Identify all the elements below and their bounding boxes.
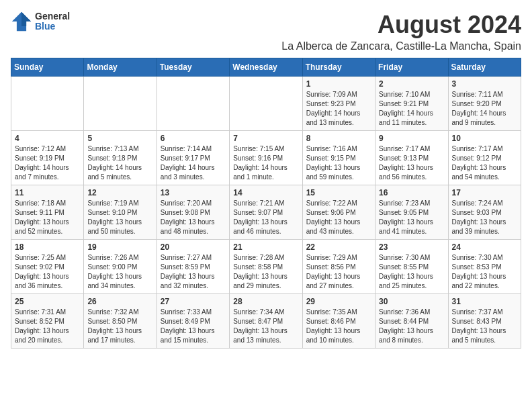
logo-general: General bbox=[35, 11, 70, 21]
day-info: Sunrise: 7:09 AMSunset: 9:23 PMDaylight:… bbox=[306, 90, 371, 128]
subtitle: La Alberca de Zancara, Castille-La Manch… bbox=[281, 40, 521, 52]
day-info: Sunrise: 7:29 AMSunset: 8:56 PMDaylight:… bbox=[306, 253, 371, 291]
calendar-cell bbox=[157, 77, 229, 131]
calendar-cell: 11Sunrise: 7:18 AMSunset: 9:11 PMDayligh… bbox=[11, 185, 84, 240]
calendar-cell: 18Sunrise: 7:25 AMSunset: 9:02 PMDayligh… bbox=[11, 240, 84, 294]
calendar-cell: 1Sunrise: 7:09 AMSunset: 9:23 PMDaylight… bbox=[302, 77, 375, 131]
day-info: Sunrise: 7:33 AMSunset: 8:49 PMDaylight:… bbox=[161, 308, 226, 345]
logo-icon bbox=[11, 11, 32, 32]
day-number: 22 bbox=[306, 242, 371, 252]
logo-blue: Blue bbox=[35, 21, 70, 32]
calendar-cell: 6Sunrise: 7:14 AMSunset: 9:17 PMDaylight… bbox=[157, 131, 229, 185]
day-info: Sunrise: 7:22 AMSunset: 9:06 PMDaylight:… bbox=[306, 199, 371, 236]
day-number: 31 bbox=[452, 297, 517, 306]
day-info: Sunrise: 7:26 AMSunset: 9:00 PMDaylight:… bbox=[87, 253, 152, 291]
day-info: Sunrise: 7:12 AMSunset: 9:19 PMDaylight:… bbox=[15, 144, 80, 182]
day-info: Sunrise: 7:36 AMSunset: 8:44 PMDaylight:… bbox=[379, 308, 444, 345]
day-info: Sunrise: 7:31 AMSunset: 8:52 PMDaylight:… bbox=[15, 308, 80, 345]
day-number: 28 bbox=[233, 297, 298, 306]
calendar-cell: 23Sunrise: 7:30 AMSunset: 8:55 PMDayligh… bbox=[375, 240, 448, 294]
calendar-cell: 24Sunrise: 7:30 AMSunset: 8:53 PMDayligh… bbox=[448, 240, 521, 294]
day-info: Sunrise: 7:16 AMSunset: 9:15 PMDaylight:… bbox=[306, 144, 371, 182]
calendar-cell: 26Sunrise: 7:32 AMSunset: 8:50 PMDayligh… bbox=[84, 294, 157, 349]
day-info: Sunrise: 7:28 AMSunset: 8:58 PMDaylight:… bbox=[233, 253, 298, 291]
day-number: 6 bbox=[161, 134, 226, 143]
day-info: Sunrise: 7:17 AMSunset: 9:13 PMDaylight:… bbox=[379, 144, 444, 182]
day-info: Sunrise: 7:13 AMSunset: 9:18 PMDaylight:… bbox=[87, 144, 152, 182]
calendar-cell: 13Sunrise: 7:20 AMSunset: 9:08 PMDayligh… bbox=[157, 185, 229, 240]
day-info: Sunrise: 7:24 AMSunset: 9:03 PMDaylight:… bbox=[452, 199, 517, 236]
header-cell-wednesday: Wednesday bbox=[230, 58, 302, 77]
day-number: 7 bbox=[233, 134, 298, 143]
svg-marker-1 bbox=[21, 12, 31, 26]
day-info: Sunrise: 7:23 AMSunset: 9:05 PMDaylight:… bbox=[379, 199, 444, 236]
day-info: Sunrise: 7:11 AMSunset: 9:20 PMDaylight:… bbox=[452, 90, 517, 128]
header-cell-tuesday: Tuesday bbox=[157, 58, 229, 77]
title-block: August 2024 La Alberca de Zancara, Casti… bbox=[281, 11, 521, 52]
day-number: 4 bbox=[15, 134, 80, 143]
day-info: Sunrise: 7:32 AMSunset: 8:50 PMDaylight:… bbox=[87, 308, 152, 345]
page-header: General Blue August 2024 La Alberca de Z… bbox=[11, 11, 521, 52]
day-number: 25 bbox=[15, 297, 80, 306]
day-number: 10 bbox=[452, 134, 517, 143]
day-info: Sunrise: 7:10 AMSunset: 9:21 PMDaylight:… bbox=[379, 90, 444, 128]
calendar-row: 25Sunrise: 7:31 AMSunset: 8:52 PMDayligh… bbox=[11, 294, 521, 349]
day-info: Sunrise: 7:14 AMSunset: 9:17 PMDaylight:… bbox=[161, 144, 226, 182]
calendar-cell: 20Sunrise: 7:27 AMSunset: 8:59 PMDayligh… bbox=[157, 240, 229, 294]
day-info: Sunrise: 7:25 AMSunset: 9:02 PMDaylight:… bbox=[15, 253, 80, 291]
day-info: Sunrise: 7:15 AMSunset: 9:16 PMDaylight:… bbox=[233, 144, 298, 182]
day-info: Sunrise: 7:21 AMSunset: 9:07 PMDaylight:… bbox=[233, 199, 298, 236]
day-number: 18 bbox=[15, 242, 80, 252]
day-info: Sunrise: 7:18 AMSunset: 9:11 PMDaylight:… bbox=[15, 199, 80, 236]
day-info: Sunrise: 7:30 AMSunset: 8:53 PMDaylight:… bbox=[452, 253, 517, 291]
day-info: Sunrise: 7:30 AMSunset: 8:55 PMDaylight:… bbox=[379, 253, 444, 291]
day-number: 16 bbox=[379, 188, 444, 197]
calendar-cell: 12Sunrise: 7:19 AMSunset: 9:10 PMDayligh… bbox=[84, 185, 157, 240]
day-info: Sunrise: 7:27 AMSunset: 8:59 PMDaylight:… bbox=[161, 253, 226, 291]
logo: General Blue bbox=[11, 11, 70, 32]
day-number: 8 bbox=[306, 134, 371, 143]
day-number: 14 bbox=[233, 188, 298, 197]
day-number: 15 bbox=[306, 188, 371, 197]
logo-text: General Blue bbox=[35, 11, 70, 32]
calendar-cell bbox=[11, 77, 84, 131]
calendar-table: SundayMondayTuesdayWednesdayThursdayFrid… bbox=[11, 58, 521, 349]
day-number: 29 bbox=[306, 297, 371, 306]
day-info: Sunrise: 7:35 AMSunset: 8:46 PMDaylight:… bbox=[306, 308, 371, 345]
calendar-cell: 2Sunrise: 7:10 AMSunset: 9:21 PMDaylight… bbox=[375, 77, 448, 131]
day-number: 17 bbox=[452, 188, 517, 197]
day-number: 27 bbox=[161, 297, 226, 306]
calendar-cell: 21Sunrise: 7:28 AMSunset: 8:58 PMDayligh… bbox=[230, 240, 302, 294]
day-number: 20 bbox=[161, 242, 226, 252]
calendar-cell: 8Sunrise: 7:16 AMSunset: 9:15 PMDaylight… bbox=[302, 131, 375, 185]
day-info: Sunrise: 7:20 AMSunset: 9:08 PMDaylight:… bbox=[161, 199, 226, 236]
calendar-cell bbox=[84, 77, 157, 131]
day-number: 2 bbox=[379, 79, 444, 89]
calendar-cell: 19Sunrise: 7:26 AMSunset: 9:00 PMDayligh… bbox=[84, 240, 157, 294]
day-number: 13 bbox=[161, 188, 226, 197]
calendar-cell: 27Sunrise: 7:33 AMSunset: 8:49 PMDayligh… bbox=[157, 294, 229, 349]
header-cell-saturday: Saturday bbox=[448, 58, 521, 77]
header-row: SundayMondayTuesdayWednesdayThursdayFrid… bbox=[11, 58, 521, 77]
calendar-cell: 30Sunrise: 7:36 AMSunset: 8:44 PMDayligh… bbox=[375, 294, 448, 349]
calendar-cell: 22Sunrise: 7:29 AMSunset: 8:56 PMDayligh… bbox=[302, 240, 375, 294]
main-title: August 2024 bbox=[281, 11, 521, 39]
calendar-row: 11Sunrise: 7:18 AMSunset: 9:11 PMDayligh… bbox=[11, 185, 521, 240]
header-cell-friday: Friday bbox=[375, 58, 448, 77]
day-info: Sunrise: 7:37 AMSunset: 8:43 PMDaylight:… bbox=[452, 308, 517, 345]
header-cell-monday: Monday bbox=[84, 58, 157, 77]
day-number: 1 bbox=[306, 79, 371, 89]
calendar-cell: 29Sunrise: 7:35 AMSunset: 8:46 PMDayligh… bbox=[302, 294, 375, 349]
calendar-row: 18Sunrise: 7:25 AMSunset: 9:02 PMDayligh… bbox=[11, 240, 521, 294]
day-number: 5 bbox=[87, 134, 152, 143]
calendar-cell: 14Sunrise: 7:21 AMSunset: 9:07 PMDayligh… bbox=[230, 185, 302, 240]
calendar-row: 4Sunrise: 7:12 AMSunset: 9:19 PMDaylight… bbox=[11, 131, 521, 185]
day-number: 11 bbox=[15, 188, 80, 197]
day-number: 3 bbox=[452, 79, 517, 89]
calendar-cell: 4Sunrise: 7:12 AMSunset: 9:19 PMDaylight… bbox=[11, 131, 84, 185]
day-number: 19 bbox=[87, 242, 152, 252]
header-cell-sunday: Sunday bbox=[11, 58, 84, 77]
day-number: 9 bbox=[379, 134, 444, 143]
calendar-cell: 15Sunrise: 7:22 AMSunset: 9:06 PMDayligh… bbox=[302, 185, 375, 240]
day-info: Sunrise: 7:17 AMSunset: 9:12 PMDaylight:… bbox=[452, 144, 517, 182]
